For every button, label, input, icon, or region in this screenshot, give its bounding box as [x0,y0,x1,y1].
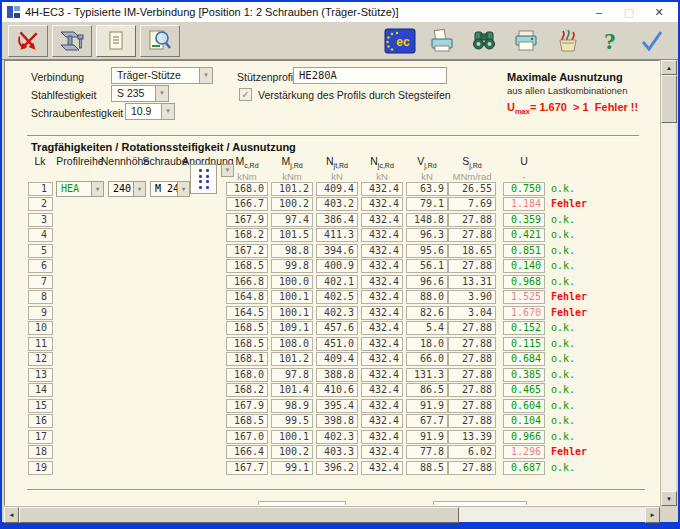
preview-tab-button[interactable] [140,25,180,57]
horizontal-scrollbar[interactable]: ◄ ► [4,506,660,522]
profile-icon [58,27,86,55]
schraubenfestigkeit-select[interactable]: 10.9 ▼ [125,103,175,120]
header-symbol: V [417,155,424,167]
value-cell: 388.8 [316,368,358,382]
eurocode-button[interactable]: ec [380,25,420,57]
help-button[interactable]: ? [590,25,630,57]
value-cell: 168.2 [226,228,268,242]
export-button[interactable] [422,25,462,57]
status-label: o.k. [551,399,575,413]
value-cell: 432.4 [361,182,403,196]
stahlfestigkeit-select[interactable]: S 235 ▼ [111,85,169,102]
value-cell: 27.88 [448,399,496,413]
lk-cell: 10 [28,321,53,335]
utilization-cell: 0.750 [503,182,545,196]
value-cell: 168.2 [226,383,268,397]
value-cell: 409.4 [316,352,358,366]
value-cell: 402.3 [316,430,358,444]
lk-cell: 19 [28,461,53,475]
value-cell: 13.39 [448,430,496,444]
maximize-button[interactable]: ▢ [614,6,644,19]
lk-cell: 13 [28,368,53,382]
utilization-cell: 0.604 [503,399,545,413]
utilization-cell: 1.296 [503,445,545,459]
table-row: 12168.1101.2409.4432.466.027.880.684o.k. [5,352,660,368]
status-label: o.k. [551,352,575,366]
status-label: o.k. [551,430,575,444]
verbindung-select[interactable]: Träger-Stütze ▼ [111,67,213,84]
value-cell: 432.4 [361,228,403,242]
utilization-cell: 1.525 [503,290,545,304]
max-utilization-value: Umax= 1.670 > 1 Fehler !! [507,101,638,116]
document-tab-button[interactable] [96,25,136,57]
stegsteifen-checkbox[interactable]: ✓ [239,88,252,101]
value-cell: 167.0 [226,430,268,444]
toolbar: ec [2,22,678,60]
value-cell: 432.4 [361,461,403,475]
app-icon [6,5,21,19]
lk-cell: 4 [28,228,53,242]
loads-tab-button[interactable] [8,25,48,57]
horizontal-scroll-thumb[interactable] [19,507,459,523]
eurocode-icon: ec [384,28,416,54]
value-cell: 77.8 [406,445,448,459]
window-body: Verbindung Träger-Stütze ▼ Stahlfestigke… [2,60,678,506]
document-icon [104,29,128,53]
stahlfestigkeit-label: Stahlfestigkeit [31,89,96,101]
scroll-right-button[interactable]: ► [645,507,660,523]
value-cell: 168.0 [226,368,268,382]
protocol-button[interactable] [548,25,588,57]
find-button[interactable] [464,25,504,57]
stuetzenprofil-value: HE280A [299,69,337,81]
status-label: o.k. [551,337,575,351]
minimize-button[interactable]: – [584,6,614,18]
value-cell: 27.88 [448,368,496,382]
table-row: 10168.5109.1457.6432.45.427.880.152o.k. [5,321,660,337]
profile-tab-button[interactable] [52,25,92,57]
value-cell: 99.1 [271,461,313,475]
utilization-cell: 0.465 [503,383,545,397]
value-cell: 100.1 [271,306,313,320]
value-cell: 27.88 [448,337,496,351]
value-cell: 164.5 [226,306,268,320]
scroll-up-button[interactable]: ▲ [661,60,677,75]
chevron-down-icon[interactable]: ▼ [199,68,212,83]
close-button[interactable]: ✕ [644,6,674,19]
table-row: 2166.7100.2403.2432.479.17.691.184Fehler [5,197,660,213]
scroll-left-button[interactable]: ◄ [4,507,19,523]
value-cell: 432.4 [361,197,403,211]
value-cell: 432.4 [361,445,403,459]
value-cell: 27.88 [448,213,496,227]
lk-cell: 16 [28,414,53,428]
value-cell: 148.8 [406,213,448,227]
value-cell: 402.3 [316,306,358,320]
anordnung-dropdown-button[interactable]: ▼ [221,164,234,177]
loads-icon [15,28,41,54]
bottom-bar: ◄ ► [2,506,678,522]
value-cell: 3.90 [448,290,496,304]
chevron-down-icon[interactable]: ▼ [155,86,168,101]
export-icon [428,27,456,55]
stahlfestigkeit-value: S 235 [117,87,144,99]
value-cell: 101.2 [271,182,313,196]
status-label: o.k. [551,368,575,382]
value-cell: 27.88 [448,414,496,428]
scroll-down-button[interactable]: ▼ [661,491,677,506]
header-symbol: N [370,155,378,167]
value-cell: 27.88 [448,461,496,475]
value-cell: 432.4 [361,290,403,304]
value-cell: 56.1 [406,259,448,273]
print-button[interactable] [506,25,546,57]
chevron-down-icon[interactable]: ▼ [161,104,174,119]
column-header: U [520,155,528,167]
value-cell: 432.4 [361,275,403,289]
svg-text:ec: ec [396,35,410,49]
lk-cell: 15 [28,399,53,413]
stuetzenprofil-input[interactable]: HE280A [293,67,447,84]
scroll-left-icon: ◄ [9,512,15,518]
confirm-button[interactable] [632,25,672,57]
vertical-scrollbar[interactable]: ▲ ▼ [660,60,676,506]
vertical-scroll-thumb[interactable] [661,75,677,123]
value-cell: 168.5 [226,414,268,428]
bolt-dot-icon [206,175,209,178]
